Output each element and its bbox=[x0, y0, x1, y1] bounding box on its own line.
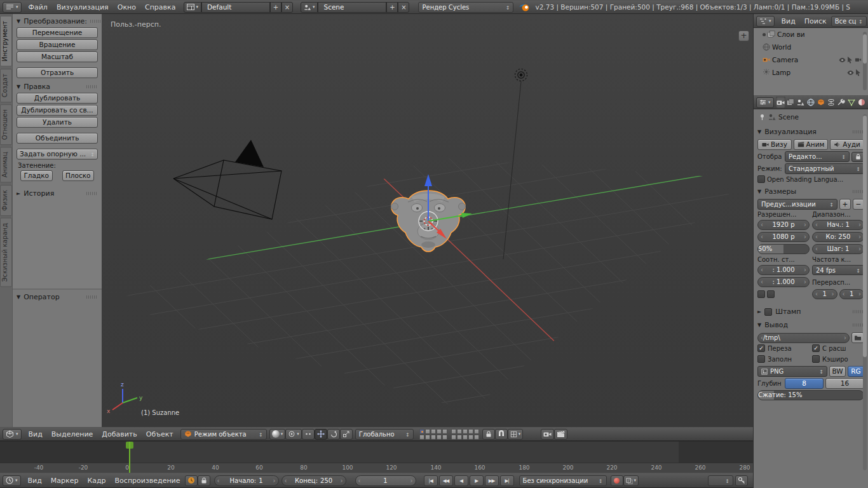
layer-7[interactable] bbox=[457, 429, 462, 434]
layer-19[interactable] bbox=[468, 435, 473, 440]
lock-to-scene-toggle[interactable] bbox=[482, 429, 495, 440]
color-bw-button[interactable]: BW bbox=[829, 366, 846, 377]
outliner-scrollbar[interactable] bbox=[863, 32, 867, 90]
play-reverse-button[interactable]: ◀ bbox=[454, 475, 468, 486]
layer-13[interactable] bbox=[431, 435, 436, 440]
scene-delete-button[interactable]: × bbox=[398, 2, 409, 13]
crop-checkbox[interactable] bbox=[767, 290, 775, 298]
layer-4[interactable] bbox=[437, 429, 442, 434]
color-rgb-button[interactable]: RG bbox=[848, 366, 864, 377]
lamp-object[interactable] bbox=[503, 69, 527, 260]
layer-8[interactable] bbox=[463, 429, 468, 434]
tab-scene[interactable] bbox=[796, 97, 806, 108]
timeline-ruler[interactable]: -40 -20 0 20 40 60 80 100 120 140 160 18… bbox=[0, 463, 753, 473]
panel-header-render[interactable]: ▼ Визуализация bbox=[754, 125, 868, 138]
frame-end-field[interactable]: Ко: 250 bbox=[812, 232, 864, 242]
menu-add[interactable]: Добавить bbox=[97, 430, 141, 438]
outliner-row-renderlayers[interactable]: Слои ви bbox=[754, 28, 868, 41]
jump-to-start-button[interactable]: |◀ bbox=[424, 475, 438, 486]
mode-dropdown[interactable]: Режим объекта bbox=[180, 429, 267, 440]
feature-set-dropdown[interactable]: Стандартный bbox=[785, 163, 864, 174]
tab-grease-pencil[interactable]: Эскизный каранд bbox=[0, 218, 12, 287]
menu-search[interactable]: Поиск bbox=[800, 17, 831, 25]
scene-browse-button[interactable]: ▾ bbox=[301, 2, 318, 13]
duplicate-button[interactable]: Дублировать bbox=[17, 93, 98, 104]
file-extensions-checkbox[interactable] bbox=[812, 344, 820, 352]
gizmo-y-arrow[interactable] bbox=[461, 213, 472, 218]
outliner-row-lamp[interactable]: Lamp bbox=[754, 66, 868, 79]
mirror-button[interactable]: Отразить bbox=[17, 67, 98, 78]
depth-8-button[interactable]: 8 bbox=[785, 378, 824, 389]
tab-world[interactable] bbox=[806, 97, 816, 108]
properties-scrollbar[interactable] bbox=[863, 114, 867, 470]
editor-type-button-properties[interactable]: ▾ bbox=[756, 97, 774, 108]
selectable-cursor-icon[interactable] bbox=[847, 57, 853, 64]
output-path-field[interactable]: /tmp\ bbox=[757, 333, 850, 343]
frame-end-field[interactable]: Конец: 250 bbox=[281, 475, 346, 486]
panel-header-output[interactable]: ▼ Вывод bbox=[754, 318, 868, 331]
menu-select[interactable]: Выделение bbox=[47, 430, 98, 438]
expand-properties-region-button[interactable]: + bbox=[738, 30, 749, 41]
screen-delete-button[interactable]: × bbox=[281, 2, 293, 13]
scale-button[interactable]: Масштаб bbox=[17, 51, 98, 62]
menu-render[interactable]: Визуализация bbox=[52, 3, 113, 11]
editor-type-button-3dview[interactable]: ▾ bbox=[3, 429, 22, 440]
outliner-display-dropdown[interactable]: Все сц bbox=[831, 16, 867, 27]
rotate-button[interactable]: Вращение bbox=[17, 39, 98, 50]
scene-name[interactable]: Scene bbox=[318, 2, 386, 13]
render-display-dropdown[interactable]: Редакто... bbox=[785, 151, 850, 162]
panel-header-transform[interactable]: ▼ Преобразование: bbox=[13, 14, 102, 27]
insert-keyframe-button[interactable] bbox=[735, 475, 748, 486]
overwrite-checkbox[interactable] bbox=[757, 344, 765, 352]
screen-layout-name[interactable]: Default bbox=[201, 2, 270, 13]
tab-object[interactable] bbox=[817, 97, 826, 108]
resolution-percent-slider[interactable]: 50% bbox=[757, 244, 810, 254]
render-animation-button[interactable]: Аним bbox=[794, 139, 828, 150]
timeline-content[interactable]: -40 -20 0 20 40 60 80 100 120 140 160 18… bbox=[0, 441, 753, 473]
visibility-eye-icon[interactable] bbox=[847, 69, 854, 76]
viewport-canvas[interactable]: z y x bbox=[102, 14, 753, 427]
snap-element-dropdown[interactable]: ▾ bbox=[508, 429, 524, 440]
menu-view[interactable]: Вид bbox=[24, 430, 47, 438]
menu-playback[interactable]: Воспроизведение bbox=[111, 477, 185, 485]
join-button[interactable]: Объединить bbox=[17, 133, 98, 144]
viewport-shading-dropdown[interactable]: ▾ bbox=[269, 429, 286, 440]
manipulator-translate-toggle[interactable] bbox=[315, 429, 327, 440]
tab-render-layers[interactable] bbox=[786, 97, 796, 108]
viewport[interactable]: z y x Польз.-персп. (1) Suzanne + bbox=[102, 14, 753, 427]
layer-3[interactable] bbox=[431, 429, 436, 434]
translate-button[interactable]: Перемещение bbox=[17, 27, 98, 38]
layer-1[interactable] bbox=[419, 429, 424, 434]
placeholders-checkbox[interactable] bbox=[757, 355, 765, 363]
panel-header-operator[interactable]: ▼ Оператор bbox=[13, 290, 102, 303]
layer-14[interactable] bbox=[437, 435, 442, 440]
shade-flat-button[interactable]: Плоско bbox=[62, 170, 95, 181]
opengl-render-animation-button[interactable] bbox=[554, 429, 567, 440]
browse-output-path-button[interactable] bbox=[851, 332, 864, 343]
osl-checkbox[interactable] bbox=[757, 175, 765, 183]
pivot-dropdown[interactable]: ▾ bbox=[285, 429, 302, 440]
panel-header-stamp[interactable]: ► Штамп bbox=[754, 304, 868, 318]
menu-view[interactable]: Вид bbox=[777, 17, 800, 25]
layer-20[interactable] bbox=[474, 435, 479, 440]
screen-add-button[interactable]: + bbox=[270, 2, 281, 13]
manipulator-rotate-toggle[interactable] bbox=[327, 429, 340, 440]
jump-to-end-button[interactable]: ▶| bbox=[500, 475, 514, 486]
preset-add-button[interactable]: + bbox=[839, 199, 851, 210]
renderable-camera-icon[interactable] bbox=[855, 57, 862, 63]
sync-mode-dropdown[interactable]: Без синхронизации bbox=[519, 475, 607, 486]
tab-tools[interactable]: Инструмент bbox=[0, 16, 12, 67]
aspect-y-field[interactable]: : 1.000 bbox=[757, 277, 810, 287]
tab-object-data[interactable] bbox=[847, 97, 857, 108]
panel-header-dimensions[interactable]: ▼ Размеры bbox=[754, 184, 868, 198]
stamp-checkbox[interactable] bbox=[764, 308, 772, 316]
auto-keying-mode-dropdown[interactable]: ▾ bbox=[623, 475, 639, 486]
tab-constraints[interactable] bbox=[827, 97, 836, 108]
layer-6[interactable] bbox=[451, 429, 456, 434]
pin-icon[interactable] bbox=[759, 114, 766, 121]
layer-17[interactable] bbox=[457, 435, 462, 440]
camera-object[interactable] bbox=[173, 140, 281, 219]
previous-keyframe-button[interactable]: ◀◀ bbox=[439, 475, 453, 486]
menu-file[interactable]: Файл bbox=[24, 3, 52, 11]
play-button[interactable]: ▶ bbox=[470, 475, 484, 486]
